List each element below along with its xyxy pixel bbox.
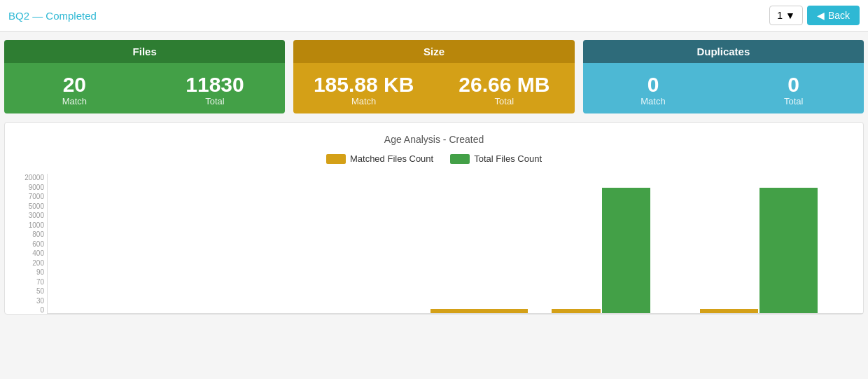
duplicates-match-value: 0 [587, 73, 720, 96]
files-match-cell: 20 Match [4, 63, 145, 113]
chevron-down-icon: ▼ [785, 10, 795, 21]
page-title: BQ2 — Completed [8, 10, 97, 22]
bar-total-5 [602, 188, 650, 313]
size-total-cell: 26.66 MB Total [434, 63, 575, 113]
y-label-200: 200 [5, 259, 44, 267]
stats-row: Files 20 Match 11830 Total Size 185.88 K… [0, 32, 868, 113]
files-label: Files [133, 46, 157, 57]
duplicates-card: Duplicates 0 Match 0 Total [583, 40, 864, 113]
back-icon: ◀ [817, 10, 825, 21]
bar-matched-4 [430, 309, 528, 313]
chart-title: Age Analysis - Created [5, 134, 863, 145]
files-card-body: 20 Match 11830 Total [4, 63, 285, 113]
files-total-label: Total [149, 96, 281, 106]
size-match-cell: 185.88 KB Match [293, 63, 434, 113]
files-match-label: Match [8, 96, 141, 106]
duplicates-label: Duplicates [696, 46, 750, 57]
bar-group-6 [662, 174, 856, 313]
header-controls: 1 ▼ ◀ Back [769, 6, 860, 25]
legend-matched: Matched Files Count [326, 153, 433, 164]
y-label-20000: 20000 [5, 174, 44, 181]
bar-matched-6 [700, 309, 758, 313]
back-button[interactable]: ◀ Back [807, 6, 860, 25]
files-card: Files 20 Match 11830 Total [4, 40, 285, 113]
size-match-value: 185.88 KB [298, 73, 430, 96]
y-label-1000: 1000 [5, 221, 44, 229]
chart-wrapper: 20000 9000 7000 5000 3000 1000 800 600 4… [5, 174, 863, 314]
matched-color-swatch [326, 154, 346, 164]
bar-matched-5 [552, 309, 600, 313]
back-label: Back [828, 10, 850, 21]
legend-total: Total Files Count [450, 153, 542, 164]
y-label-800: 800 [5, 230, 44, 238]
y-label-3000: 3000 [5, 212, 44, 219]
bar-total-6 [760, 188, 818, 313]
files-total-value: 11830 [149, 73, 281, 96]
y-label-600: 600 [5, 240, 44, 248]
y-label-7000: 7000 [5, 193, 44, 200]
size-card: Size 185.88 KB Match 26.66 MB Total [293, 40, 574, 113]
page-dropdown[interactable]: 1 ▼ [769, 6, 803, 25]
y-label-400: 400 [5, 249, 44, 257]
duplicates-match-cell: 0 Match [583, 63, 724, 113]
duplicates-card-header: Duplicates [583, 40, 864, 63]
size-card-body: 185.88 KB Match 26.66 MB Total [293, 63, 574, 113]
y-label-50: 50 [5, 287, 44, 295]
y-label-30: 30 [5, 297, 44, 305]
files-total-cell: 11830 Total [145, 63, 286, 113]
size-card-header: Size [293, 40, 574, 63]
y-label-90: 90 [5, 268, 44, 276]
duplicates-total-value: 0 [727, 73, 860, 96]
size-match-label: Match [298, 96, 430, 106]
y-label-5000: 5000 [5, 202, 44, 210]
duplicates-total-cell: 0 Total [723, 63, 864, 113]
total-color-swatch [450, 154, 470, 164]
y-label-0: 0 [5, 306, 44, 314]
chart-legend: Matched Files Count Total Files Count [5, 153, 863, 164]
chart-bars [47, 174, 863, 314]
duplicates-match-label: Match [587, 96, 720, 106]
dropdown-value: 1 [777, 10, 783, 21]
size-total-label: Total [438, 96, 570, 106]
files-match-value: 20 [8, 73, 141, 96]
bar-group-4 [419, 174, 540, 313]
duplicates-card-body: 0 Match 0 Total [583, 63, 864, 113]
total-legend-label: Total Files Count [474, 153, 542, 164]
matched-legend-label: Matched Files Count [350, 153, 433, 164]
y-axis: 20000 9000 7000 5000 3000 1000 800 600 4… [5, 174, 47, 314]
size-total-value: 26.66 MB [438, 73, 570, 96]
bar-group-2 [176, 174, 297, 313]
chart-section: Age Analysis - Created Matched Files Cou… [4, 122, 864, 315]
bar-group-3 [298, 174, 419, 313]
size-label: Size [424, 46, 444, 57]
bar-group-1 [55, 174, 176, 313]
y-label-70: 70 [5, 278, 44, 286]
duplicates-total-label: Total [727, 96, 860, 106]
files-card-header: Files [4, 40, 285, 63]
header-bar: BQ2 — Completed 1 ▼ ◀ Back [0, 0, 868, 32]
y-label-9000: 9000 [5, 184, 44, 191]
bar-group-5 [540, 174, 662, 313]
